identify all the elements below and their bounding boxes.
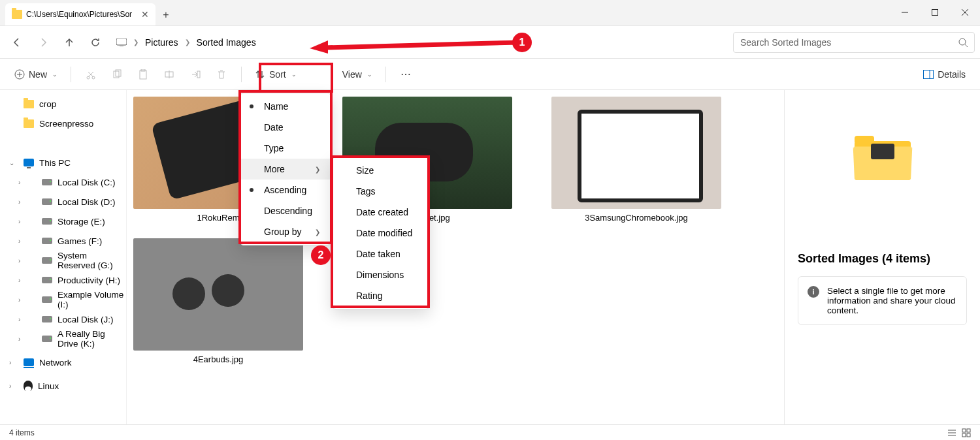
chevron-right-icon[interactable]: ›	[18, 316, 20, 323]
sidebar-item-linux[interactable]: ›Linux	[0, 376, 126, 396]
bullet-icon	[250, 188, 253, 192]
chevron-right-icon[interactable]: ›	[18, 257, 20, 264]
chevron-right-icon[interactable]: ›	[18, 296, 20, 304]
file-item[interactable]: 4Earbuds.jpg	[133, 238, 303, 364]
forward-button[interactable]	[31, 31, 55, 54]
svg-rect-22	[962, 429, 966, 432]
chevron-right-icon[interactable]: ›	[18, 179, 20, 186]
sidebar-item-this-pc[interactable]: ⌄This PC	[0, 153, 126, 172]
menu-item[interactable]: Size	[333, 160, 429, 181]
pc-icon	[116, 39, 127, 46]
more-button[interactable]: ⋯	[394, 64, 417, 85]
sidebar-label: crop	[39, 99, 56, 109]
chevron-right-icon[interactable]: ›	[18, 218, 20, 225]
thumb-view-icon[interactable]	[962, 428, 971, 437]
sidebar-item-drive[interactable]: ›Local Disk (C:)	[0, 172, 126, 192]
drive-icon	[42, 179, 52, 185]
linux-icon	[24, 381, 33, 391]
sidebar-item-drive[interactable]: ›Storage (E:)	[0, 212, 126, 231]
menu-item[interactable]: Type	[240, 138, 331, 159]
details-hint-text: Select a single file to get more informa…	[827, 286, 957, 315]
sort-icon	[255, 69, 265, 80]
sort-button[interactable]: Sort ⌄	[250, 64, 302, 85]
svg-rect-25	[967, 433, 970, 437]
sidebar-item-drive[interactable]: ›Example Volume (I:)	[0, 290, 126, 309]
menu-item-label: Size	[356, 165, 374, 176]
delete-button[interactable]	[210, 64, 233, 85]
minimize-button[interactable]	[890, 0, 920, 25]
close-tab-icon[interactable]: ✕	[141, 9, 149, 20]
chevron-right-icon[interactable]: ›	[18, 336, 20, 343]
menu-item[interactable]: Descending	[240, 200, 331, 221]
close-button[interactable]	[950, 0, 980, 25]
new-button[interactable]: New ⌄	[9, 64, 63, 85]
maximize-button[interactable]	[920, 0, 950, 25]
menu-item[interactable]: Tags	[333, 181, 429, 202]
file-grid[interactable]: 1RokuRemHeadset.jpg3SamsungChromebook.jp…	[127, 90, 784, 424]
sidebar-item-drive[interactable]: ›Games (F:)	[0, 231, 126, 251]
sidebar-item-drive[interactable]: ›A Really Big Drive (K:)	[0, 329, 126, 349]
menu-item[interactable]: Date created	[333, 202, 429, 223]
svg-rect-4	[116, 39, 127, 45]
window-tab[interactable]: C:\Users\Equinox\Pictures\Sor ✕	[5, 3, 155, 25]
paste-button[interactable]	[131, 64, 155, 85]
chevron-right-icon[interactable]: ›	[9, 359, 11, 366]
menu-item-label: Descending	[264, 206, 312, 216]
svg-rect-20	[924, 70, 934, 78]
drive-icon	[42, 238, 52, 244]
copy-button[interactable]	[105, 64, 129, 85]
divider	[241, 67, 242, 82]
up-button[interactable]	[57, 31, 81, 54]
breadcrumb-item[interactable]: Sorted Images	[197, 37, 256, 48]
menu-item[interactable]: Date taken	[333, 244, 429, 264]
sidebar-item-drive[interactable]: ›System Reserved (G:)	[0, 251, 126, 270]
menu-item[interactable]: Date	[240, 117, 331, 138]
chevron-right-icon[interactable]: ›	[18, 238, 20, 245]
chevron-right-icon[interactable]: ›	[18, 277, 20, 284]
menu-item[interactable]: Name	[240, 96, 331, 117]
menu-item[interactable]: Dimensions	[333, 264, 429, 285]
svg-rect-1	[932, 10, 938, 16]
rename-button[interactable]	[157, 64, 181, 85]
info-icon: i	[808, 286, 819, 298]
view-label: View	[342, 69, 362, 80]
svg-rect-15	[140, 71, 146, 79]
drive-icon	[42, 198, 52, 205]
file-name: 4Earbuds.jpg	[193, 354, 244, 364]
share-button[interactable]	[184, 64, 207, 85]
menu-item[interactable]: More❯	[240, 159, 331, 180]
sidebar-item-network[interactable]: ›Network	[0, 353, 126, 372]
sort-menu: NameDateTypeMore❯AscendingDescendingGrou…	[240, 93, 331, 245]
sidebar-item-crop[interactable]: crop	[0, 94, 126, 114]
menu-item[interactable]: Ascending	[240, 180, 331, 200]
tab-title: C:\Users\Equinox\Pictures\Sor	[26, 10, 132, 19]
sidebar-item-drive[interactable]: ›Productivity (H:)	[0, 270, 126, 290]
chevron-right-icon: ❯	[185, 39, 190, 46]
chevron-right-icon[interactable]: ›	[9, 383, 11, 390]
file-item[interactable]: 3SamsungChromebook.jpg	[551, 97, 721, 223]
search-icon	[958, 38, 968, 47]
sidebar-item-drive[interactable]: ›Local Disk (D:)	[0, 192, 126, 212]
menu-item-label: Date taken	[356, 249, 400, 259]
details-toggle[interactable]: Details	[918, 64, 971, 85]
search-input[interactable]: Search Sorted Images	[733, 32, 975, 53]
menu-item[interactable]: Group by❯	[240, 221, 331, 242]
chevron-right-icon[interactable]: ›	[18, 198, 20, 206]
refresh-button[interactable]	[84, 31, 107, 54]
list-view-icon[interactable]	[947, 428, 956, 437]
chevron-down-icon[interactable]: ⌄	[9, 159, 14, 166]
back-button[interactable]	[5, 31, 29, 54]
details-title: Sorted Images (4 items)	[798, 252, 930, 266]
sidebar-item-screenpresso[interactable]: Screenpresso	[0, 114, 126, 133]
drive-icon	[42, 277, 52, 283]
annotation-badge: 1	[512, 33, 532, 52]
view-button[interactable]: View ⌄	[337, 64, 378, 85]
menu-item[interactable]: Rating	[333, 285, 429, 306]
sidebar-item-drive[interactable]: ›Local Disk (J:)	[0, 309, 126, 329]
menu-item[interactable]: Date modified	[333, 223, 429, 244]
breadcrumb[interactable]: ❯ Pictures ❯ Sorted Images	[110, 31, 730, 54]
breadcrumb-item[interactable]: Pictures	[145, 37, 178, 48]
new-tab-button[interactable]: +	[155, 5, 176, 25]
navbar: ❯ Pictures ❯ Sorted Images Search Sorted…	[0, 26, 980, 59]
cut-button[interactable]	[79, 64, 103, 85]
